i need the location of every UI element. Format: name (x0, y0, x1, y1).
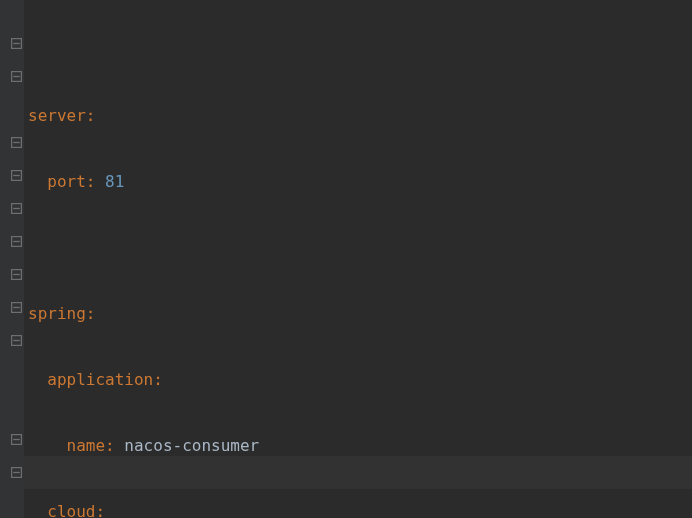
code-editor[interactable]: server: port: 81 spring: application: na… (24, 0, 497, 518)
yaml-key: application (47, 370, 153, 389)
code-line: application: (28, 363, 497, 396)
fold-icon[interactable] (10, 202, 22, 214)
fold-icon[interactable] (10, 334, 22, 346)
fold-icon[interactable] (10, 235, 22, 247)
editor-gutter (0, 0, 24, 518)
code-line: name: nacos-consumer (28, 429, 497, 462)
yaml-key: port (47, 172, 86, 191)
fold-icon[interactable] (10, 433, 22, 445)
code-line: cloud: (28, 495, 497, 518)
code-line: server: (28, 99, 497, 132)
yaml-value: 81 (105, 172, 124, 191)
fold-icon[interactable] (10, 466, 22, 478)
yaml-key: name (67, 436, 106, 455)
yaml-key: spring (28, 304, 86, 323)
fold-icon[interactable] (10, 268, 22, 280)
fold-icon[interactable] (10, 37, 22, 49)
yaml-value: nacos-consumer (124, 436, 259, 455)
fold-icon[interactable] (10, 70, 22, 82)
fold-icon[interactable] (10, 136, 22, 148)
yaml-key: server (28, 106, 86, 125)
fold-icon[interactable] (10, 169, 22, 181)
fold-icon[interactable] (10, 301, 22, 313)
yaml-key: cloud (47, 502, 95, 518)
code-line: spring: (28, 297, 497, 330)
code-line: port: 81 (28, 165, 497, 198)
